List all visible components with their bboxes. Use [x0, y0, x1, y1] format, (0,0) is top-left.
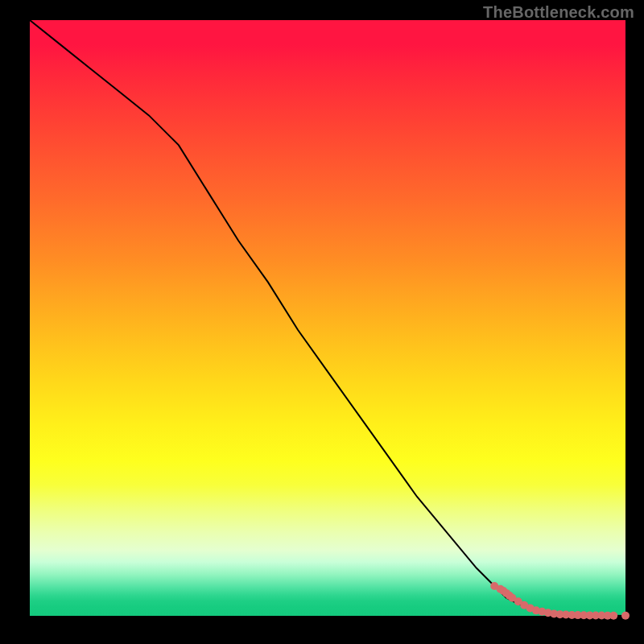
chart-curve — [30, 20, 625, 616]
chart-frame: TheBottleneck.com — [0, 0, 644, 644]
data-point — [609, 612, 617, 620]
chart-overlay — [30, 20, 625, 616]
watermark-text: TheBottleneck.com — [483, 3, 634, 22]
plot-area — [29, 19, 626, 617]
chart-points — [490, 582, 630, 620]
data-point — [621, 612, 630, 620]
